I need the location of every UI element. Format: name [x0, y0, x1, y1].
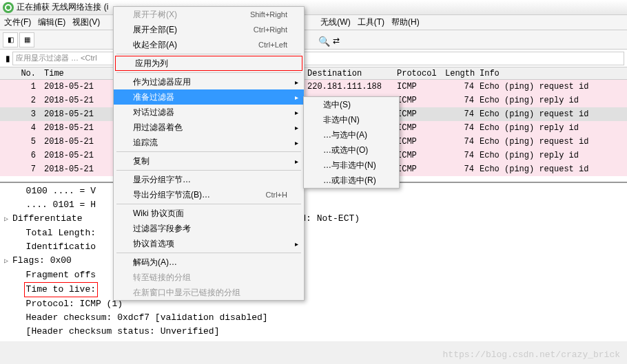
- zoom-toggle-icon[interactable]: ⇄: [333, 36, 340, 47]
- ctx-item[interactable]: 展开全部(E)Ctrl+Right: [114, 22, 304, 37]
- col-len[interactable]: Length: [442, 69, 477, 78]
- submenu-item[interactable]: …或非选中(R): [304, 173, 399, 188]
- detail-line[interactable]: Flags: 0x00: [1, 254, 626, 268]
- submenu-item[interactable]: 选中(S): [304, 97, 399, 112]
- details-pane[interactable]: 0100 .... = V .... 0101 = H Differentiat…: [0, 183, 627, 341]
- filter-bookmark-icon[interactable]: ▮: [3, 54, 12, 63]
- ctx-item[interactable]: 对话过滤器: [114, 105, 304, 120]
- zoom-icon[interactable]: 🔍: [318, 36, 330, 47]
- menu-view[interactable]: 视图(V): [72, 17, 100, 28]
- title-bar: 正在捕获 无线网络连接 (i: [0, 0, 627, 15]
- menu-help[interactable]: 帮助(H): [391, 17, 420, 28]
- ctx-item[interactable]: 作为过滤器应用: [114, 74, 304, 89]
- detail-line[interactable]: Identificatio: [1, 240, 626, 254]
- ctx-item[interactable]: 显示分组字节…: [114, 172, 304, 187]
- ctx-item[interactable]: 收起全部(A)Ctrl+Left: [114, 37, 304, 52]
- table-row[interactable]: 12018-05-21220.181.111.188ICMP74Echo (pi…: [0, 80, 627, 94]
- ctx-item[interactable]: 追踪流: [114, 135, 304, 150]
- ctx-item[interactable]: 应用为列: [115, 56, 302, 71]
- context-menu[interactable]: 展开子树(X)Shift+Right展开全部(E)Ctrl+Right收起全部(…: [113, 6, 305, 301]
- toolbar-btn-1[interactable]: ◧: [3, 32, 18, 47]
- ctx-item[interactable]: Wiki 协议页面: [114, 206, 304, 221]
- detail-line[interactable]: Differentiate50, ECN: Not-ECT): [1, 212, 626, 226]
- table-header: No. Time Destination Protocol Length Inf…: [0, 67, 627, 80]
- ctx-item: 转至链接的分组: [114, 270, 304, 285]
- window-title: 正在捕获 无线网络连接 (i: [17, 1, 108, 13]
- menu-edit[interactable]: 编辑(E): [38, 17, 65, 28]
- menu-tools[interactable]: 工具(T): [358, 17, 384, 28]
- detail-line[interactable]: Fragment offs: [1, 268, 626, 282]
- menu-bar: 文件(F) 编辑(E) 视图(V) 无线(W) 工具(T) 帮助(H): [0, 15, 627, 30]
- submenu-prepare-filter[interactable]: 选中(S)非选中(N)…与选中(A)…或选中(O)…与非选中(N)…或非选中(R…: [303, 96, 400, 189]
- find-icons: 🔍 ⇄: [318, 36, 340, 47]
- ctx-item[interactable]: 解码为(A)…: [114, 255, 304, 270]
- menu-wireless[interactable]: 无线(W): [320, 17, 350, 28]
- detail-line[interactable]: Total Length:: [1, 226, 626, 240]
- menu-file[interactable]: 文件(F): [4, 17, 31, 28]
- detail-line[interactable]: [Header checksum status: Unverified]: [1, 325, 626, 339]
- filter-bar: ▮ 应用显示过滤器 … <Ctrl: [0, 50, 627, 67]
- ctx-item[interactable]: 协议首选项: [114, 236, 304, 251]
- col-no[interactable]: No.: [0, 69, 41, 78]
- ctx-item[interactable]: 导出分组字节流(B)…Ctrl+H: [114, 187, 304, 202]
- detail-ttl[interactable]: Time to live:: [1, 282, 626, 297]
- ctx-item: 展开子树(X)Shift+Right: [114, 7, 304, 22]
- col-info[interactable]: Info: [477, 69, 627, 78]
- ctx-item: 在新窗口中显示已链接的分组: [114, 285, 304, 300]
- watermark: https://blog.csdn.net/crazy_brick: [443, 350, 620, 360]
- submenu-item[interactable]: …与选中(A): [304, 127, 399, 142]
- ctx-item[interactable]: 用过滤器着色: [114, 120, 304, 135]
- detail-line[interactable]: .... 0101 = H: [1, 198, 626, 212]
- submenu-item[interactable]: 非选中(N): [304, 112, 399, 127]
- submenu-item[interactable]: …或选中(O): [304, 142, 399, 158]
- ctx-item[interactable]: 过滤器字段参考: [114, 221, 304, 236]
- toolbar: ◧ ▦: [0, 30, 627, 50]
- detail-line[interactable]: Header checksum: 0xdcf7 [validation disa…: [1, 311, 626, 325]
- toolbar-btn-2[interactable]: ▦: [19, 32, 34, 47]
- detail-line[interactable]: Protocol: ICMP (1): [1, 297, 626, 311]
- col-proto[interactable]: Protocol: [394, 69, 442, 78]
- ctx-item[interactable]: 复制: [114, 153, 304, 169]
- submenu-item[interactable]: …与非选中(N): [304, 158, 399, 173]
- wireshark-icon: [3, 2, 14, 13]
- filter-placeholder: 应用显示过滤器 … <Ctrl: [16, 53, 97, 63]
- ctx-item[interactable]: 准备过滤器: [114, 89, 304, 105]
- filter-input[interactable]: 应用显示过滤器 … <Ctrl: [12, 52, 624, 65]
- col-time[interactable]: Time: [41, 69, 110, 78]
- col-dest[interactable]: Destination: [305, 69, 394, 78]
